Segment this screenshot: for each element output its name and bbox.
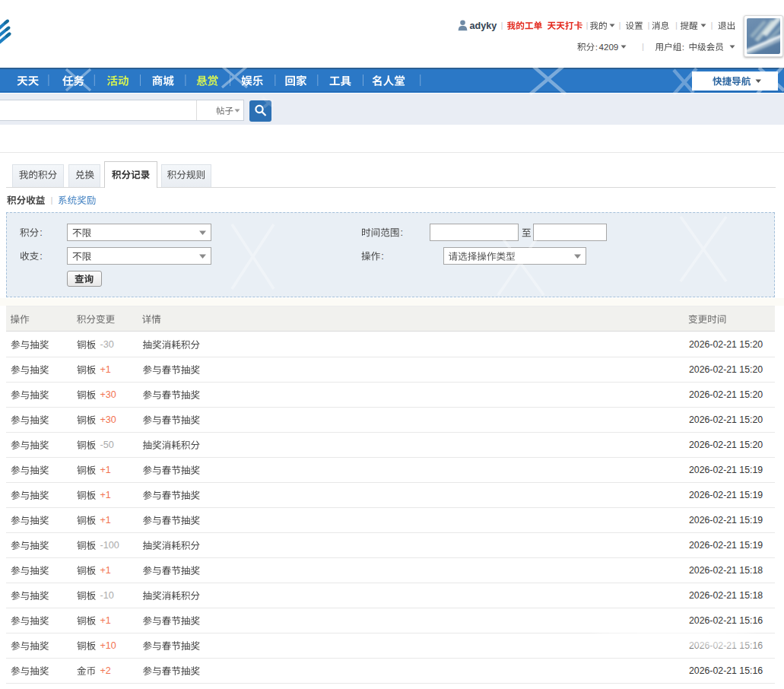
- svg-text:adyky: adyky: [470, 21, 497, 31]
- svg-text:+1: +1: [100, 565, 111, 576]
- svg-text:+1: +1: [100, 465, 111, 475]
- svg-text:-50: -50: [100, 440, 114, 450]
- svg-text::: :: [595, 42, 598, 52]
- svg-text:|: |: [675, 21, 678, 30]
- svg-text:2026-02-21 15:19: 2026-02-21 15:19: [689, 490, 763, 500]
- svg-text:2026-02-21 15:20: 2026-02-21 15:20: [689, 364, 763, 375]
- svg-text::: :: [40, 251, 43, 262]
- svg-text:4209: 4209: [599, 42, 619, 52]
- svg-text:2026-02-21 15:20: 2026-02-21 15:20: [689, 440, 763, 450]
- svg-text:+2: +2: [100, 665, 111, 676]
- svg-text:+10: +10: [100, 640, 116, 651]
- svg-text:+30: +30: [100, 389, 116, 400]
- svg-text::: :: [400, 227, 403, 238]
- svg-text:|: |: [642, 42, 644, 51]
- svg-text::: :: [381, 251, 384, 262]
- svg-text:|: |: [51, 195, 53, 205]
- svg-text:2026-02-21 15:19: 2026-02-21 15:19: [689, 515, 763, 525]
- svg-text::: :: [40, 227, 43, 238]
- svg-text:|: |: [711, 21, 713, 30]
- svg-text:+1: +1: [100, 490, 111, 500]
- svg-text:2026-02-21 15:20: 2026-02-21 15:20: [689, 414, 763, 425]
- svg-text:-10: -10: [100, 590, 114, 601]
- svg-text:2026-02-21 15:19: 2026-02-21 15:19: [689, 540, 763, 551]
- svg-text:2026-02-21 15:18: 2026-02-21 15:18: [689, 590, 763, 601]
- svg-text:2026-02-21 15:20: 2026-02-21 15:20: [689, 389, 763, 400]
- svg-text:2026-02-21 15:20: 2026-02-21 15:20: [689, 339, 763, 350]
- svg-text:2026-02-21 15:16: 2026-02-21 15:16: [689, 665, 763, 676]
- svg-text:|: |: [586, 21, 589, 30]
- svg-text:|: |: [648, 21, 650, 30]
- svg-text:+30: +30: [100, 414, 116, 425]
- svg-text:2026-02-21 15:16: 2026-02-21 15:16: [689, 615, 763, 626]
- svg-text:|: |: [619, 21, 621, 30]
- svg-text:+1: +1: [100, 515, 111, 525]
- svg-text:-100: -100: [100, 540, 119, 551]
- svg-text::: :: [682, 42, 684, 52]
- svg-text:-30: -30: [100, 339, 114, 350]
- svg-text:2026-02-21 15:19: 2026-02-21 15:19: [689, 465, 763, 475]
- svg-text:|: |: [501, 21, 503, 30]
- svg-text:2026-02-21 15:18: 2026-02-21 15:18: [689, 565, 763, 576]
- svg-text:+1: +1: [100, 615, 111, 626]
- svg-text:+1: +1: [100, 364, 111, 375]
